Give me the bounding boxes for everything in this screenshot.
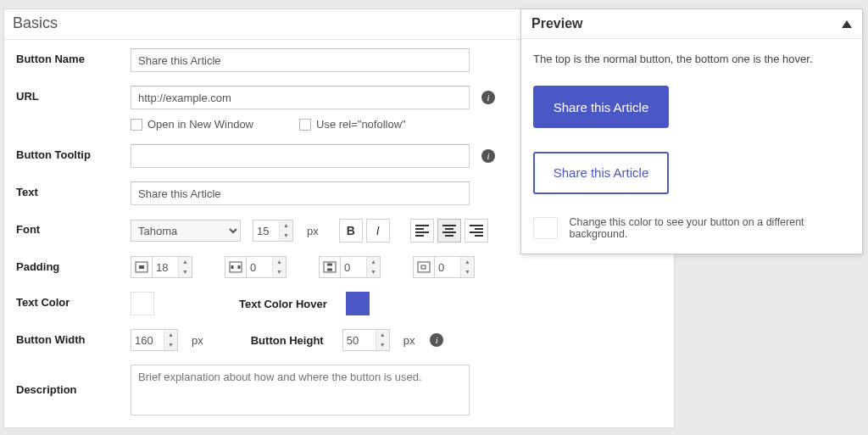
padding-h-stepper[interactable]: ▲▼ [247,256,287,278]
svg-rect-1 [139,265,144,269]
padding-corner-icon [413,256,435,278]
text-color-swatch[interactable] [131,292,154,315]
padding-all-stepper[interactable]: ▲▼ [153,256,192,278]
svg-rect-7 [327,269,332,271]
height-stepper[interactable]: ▲▼ [342,329,390,351]
label-text-color-hover: Text Color Hover [239,298,327,310]
chevron-up-icon[interactable]: ▲ [376,330,389,340]
chevron-down-icon[interactable]: ▼ [376,340,389,350]
padding-h-input[interactable] [247,257,272,277]
padding-vertical-icon [319,256,341,278]
label-description: Description [16,365,131,396]
tooltip-input[interactable] [131,144,470,168]
preview-panel: Preview The top is the normal button, th… [520,8,863,254]
chevron-down-icon[interactable]: ▼ [273,267,286,277]
url-input[interactable] [131,86,470,109]
label-button-height: Button Height [251,334,324,347]
unit-px: px [192,334,203,347]
width-stepper[interactable]: ▲▼ [131,329,178,351]
label-font: Font [16,219,131,236]
svg-rect-4 [238,265,241,269]
padding-c-input[interactable] [435,257,460,277]
chevron-up-icon[interactable]: ▲ [280,220,292,231]
chevron-down-icon[interactable]: ▼ [280,231,292,241]
svg-rect-3 [231,265,234,269]
padding-all-input[interactable] [153,257,178,277]
height-input[interactable] [343,330,376,350]
font-size-input[interactable] [253,220,279,241]
font-size-stepper[interactable]: ▲▼ [253,220,293,242]
align-right-button[interactable] [465,219,488,243]
width-input[interactable] [131,330,164,350]
chevron-up-icon[interactable]: ▲ [164,330,177,340]
preview-title: Preview [531,16,582,31]
svg-rect-9 [421,265,426,269]
label-padding: Padding [16,256,131,273]
checkbox-icon [131,119,142,131]
padding-v-input[interactable] [341,257,366,277]
background-note: Change this color to see your button on … [570,216,850,240]
preview-note: The top is the normal button, the bottom… [533,53,850,65]
info-icon[interactable]: i [481,91,495,104]
bold-button[interactable]: B [339,219,363,243]
preview-button-hover[interactable]: Share this Article [533,152,669,194]
description-textarea[interactable] [131,365,470,415]
chevron-down-icon[interactable]: ▼ [179,267,192,277]
nofollow-label: Use rel="nofollow" [316,118,406,131]
text-color-hover-swatch[interactable] [346,292,370,315]
padding-c-stepper[interactable]: ▲▼ [435,256,475,278]
chevron-up-icon[interactable]: ▲ [461,257,474,267]
preview-button-normal[interactable]: Share this Article [533,86,669,128]
unit-px: px [403,334,415,347]
chevron-down-icon[interactable]: ▼ [461,267,474,277]
chevron-up-icon[interactable]: ▲ [367,257,380,267]
unit-px: px [307,225,319,237]
chevron-down-icon[interactable]: ▼ [164,340,177,350]
padding-v-stepper[interactable]: ▲▼ [341,256,381,278]
nofollow-checkbox[interactable]: Use rel="nofollow" [299,118,406,131]
padding-horizontal-icon [225,256,247,278]
svg-rect-8 [418,262,430,272]
chevron-up-icon[interactable]: ▲ [273,257,286,267]
label-button-name: Button Name [16,48,131,65]
label-tooltip: Button Tooltip [16,144,131,161]
font-family-select[interactable]: Tahoma [131,220,241,242]
text-input[interactable] [131,181,470,205]
chevron-up-icon[interactable]: ▲ [179,257,192,267]
label-button-width: Button Width [16,329,131,346]
svg-rect-6 [327,264,332,266]
chevron-down-icon[interactable]: ▼ [367,267,380,277]
new-window-checkbox[interactable]: Open in New Window [131,118,253,131]
label-url: URL [16,86,131,103]
collapse-icon[interactable] [842,20,852,28]
info-icon[interactable]: i [481,149,495,163]
padding-all-icon [131,256,153,278]
info-icon[interactable]: i [430,333,443,347]
align-center-button[interactable] [437,219,461,243]
new-window-label: Open in New Window [147,118,253,131]
background-color-swatch[interactable] [533,217,558,239]
checkbox-icon [299,119,311,131]
label-text: Text [16,181,131,198]
label-text-color: Text Color [16,292,131,309]
align-left-button[interactable] [410,219,434,243]
button-name-input[interactable] [131,48,470,72]
italic-button[interactable]: I [366,219,390,243]
